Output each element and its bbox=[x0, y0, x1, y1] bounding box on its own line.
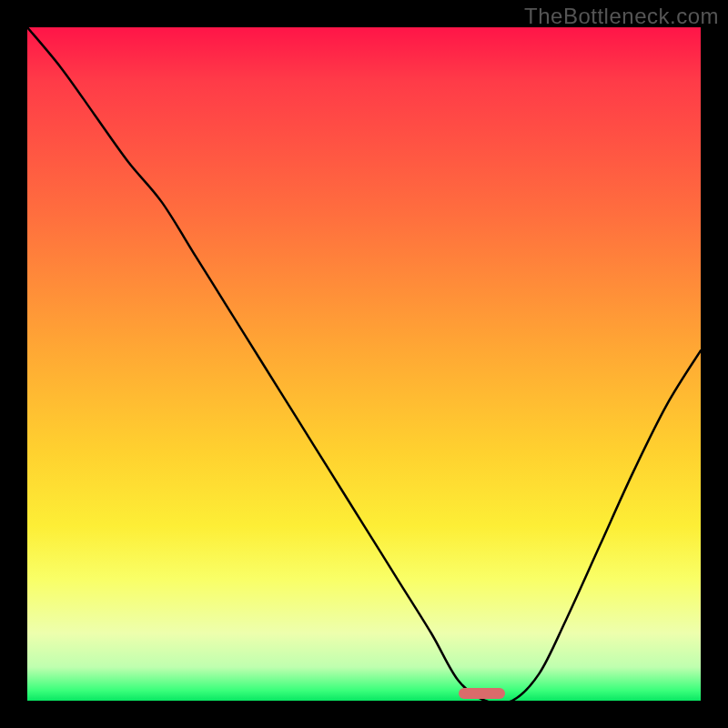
curve-path bbox=[27, 27, 701, 701]
bottleneck-curve bbox=[27, 27, 701, 701]
optimum-marker bbox=[459, 688, 506, 699]
plot-area bbox=[27, 27, 701, 701]
chart-frame: TheBottleneck.com bbox=[0, 0, 728, 728]
watermark-text: TheBottleneck.com bbox=[524, 4, 719, 29]
